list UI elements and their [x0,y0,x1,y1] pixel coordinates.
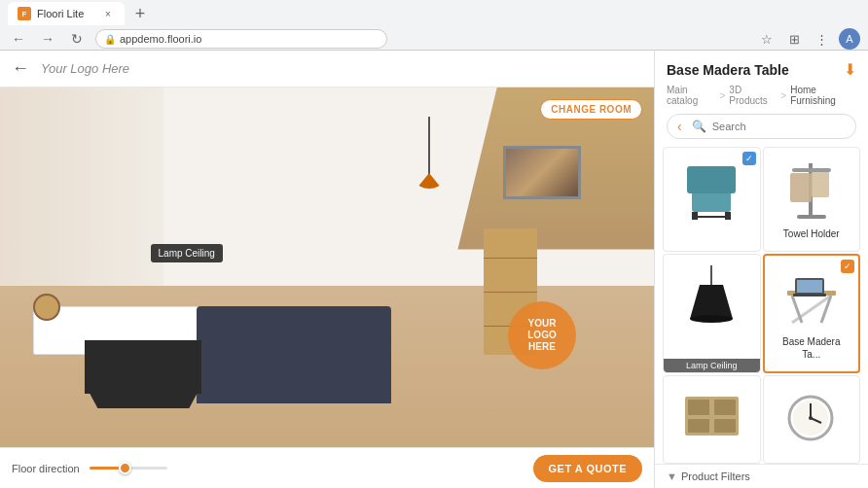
search-icon: 🔍 [692,120,706,133]
coffee-table [85,340,201,394]
product-card-chair[interactable]: ✓ [663,147,761,252]
lamp-cord [428,117,430,175]
svg-point-12 [690,315,733,323]
product-card-base-madera[interactable]: Base Madera Ta... ✓ [763,254,861,373]
product-card-5[interactable] [663,375,761,464]
room-wall-left [0,87,163,286]
app-container: ← Your Logo Here [0,51,868,488]
browser-chrome: F Floori Lite × + ← → ↻ 🔒 appdemo.floori… [0,0,868,51]
room-background [0,87,654,447]
search-input[interactable] [712,121,847,132]
product-image-5 [672,384,750,452]
back-arrow-button[interactable]: ← [12,58,29,79]
right-panel: Base Madera Table ⬇ Main catalog > 3D Pr… [654,51,868,488]
tab-favicon: F [18,7,31,20]
breadcrumb-sep2: > [780,90,786,101]
bottom-bar: Floor direction GET A QUOTE [0,447,654,488]
new-tab-button[interactable]: + [128,2,152,25]
lamp-ceiling-tooltip: Lamp Ceiling [151,244,223,262]
wall-clock [33,294,60,321]
product-card-towel-holder[interactable]: Towel Holder [763,147,861,252]
url-text: appdemo.floori.io [120,33,201,45]
floor-direction-label: Floor direction [12,463,80,474]
address-bar: ← → ↻ 🔒 appdemo.floori.io ☆ ⊞ ⋮ A [0,27,868,51]
product-image-towel-holder [773,156,850,224]
breadcrumb: Main catalog > 3D Products > Home Furnis… [655,85,868,114]
product-title: Base Madera Table [667,62,789,78]
product-filters-bar[interactable]: ▼ Product Filters [655,464,868,488]
product-image-chair [672,156,750,224]
svg-rect-6 [797,215,826,219]
product-image-6 [773,384,850,452]
check-badge-chair: ✓ [742,152,756,165]
panel-back-button[interactable]: ‹ [677,119,682,134]
logo-watermark: YOUR LOGO HERE [508,301,576,369]
svg-rect-9 [792,168,831,172]
breadcrumb-sep1: > [720,90,726,101]
wall-art [503,146,581,199]
svg-marker-11 [690,285,733,319]
svg-rect-7 [790,173,812,202]
product-image-lamp-ceiling [672,262,750,331]
svg-rect-24 [714,419,736,433]
profile-avatar[interactable]: A [839,28,860,50]
product-card-6[interactable] [763,375,861,464]
breadcrumb-furnishing: Home Furnishing [790,85,856,106]
svg-rect-18 [793,294,826,296]
product-lamp-tooltip: Lamp Ceiling [664,359,760,372]
tab-close-button[interactable]: × [101,7,115,20]
extensions-icon[interactable]: ⊞ [784,29,804,49]
tab-label: Floori Lite [37,8,84,19]
product-grid: ✓ Towel Holder [655,147,868,464]
logo-placeholder: Your Logo Here [41,61,129,76]
browser-tab[interactable]: F Floori Lite × [8,2,125,25]
svg-rect-21 [688,400,709,415]
tab-bar: F Floori Lite × + [0,0,868,27]
download-icon[interactable]: ⬇ [844,60,856,79]
lock-icon: 🔒 [104,34,116,45]
product-label-base-madera: Base Madera Ta... [773,335,851,361]
svg-rect-8 [812,170,829,197]
reload-button[interactable]: ↻ [66,31,88,47]
floor-direction-slider[interactable] [90,467,167,470]
browser-toolbar: ☆ ⊞ ⋮ A [757,28,860,50]
url-input[interactable]: 🔒 appdemo.floori.io [95,29,387,49]
product-card-lamp-ceiling[interactable]: Lamp Ceiling [663,254,761,373]
filter-icon: ▼ [667,471,677,482]
breadcrumb-catalog[interactable]: Main catalog [667,85,716,106]
left-panel: ← Your Logo Here [0,51,654,488]
svg-rect-19 [797,280,822,293]
check-badge-base-madera: ✓ [841,260,854,273]
slider-thumb[interactable] [119,462,131,474]
bookmark-icon[interactable]: ☆ [757,29,777,49]
svg-rect-23 [688,419,709,433]
back-nav-button[interactable]: ← [8,31,29,47]
get-quote-button[interactable]: GET A QUOTE [533,455,642,482]
menu-icon[interactable]: ⋮ [812,29,831,49]
forward-nav-button[interactable]: → [37,31,58,47]
svg-rect-22 [714,400,736,415]
svg-rect-1 [687,166,736,193]
breadcrumb-3d-products[interactable]: 3D Products [729,85,777,106]
product-label-towel-holder: Towel Holder [783,227,840,240]
svg-point-29 [809,416,813,420]
product-filters-label: Product Filters [681,471,750,482]
top-bar: ← Your Logo Here [0,51,654,87]
slider-fill [90,467,119,470]
search-bar: ‹ 🔍 [667,114,856,139]
right-header: Base Madera Table ⬇ [655,51,868,85]
room-image: CHANGE ROOM YOUR LOGO HERE Lamp Ceiling [0,87,654,447]
change-room-button[interactable]: CHANGE ROOM [540,99,642,120]
product-image-base-madera [773,263,850,331]
sofa [197,326,391,403]
